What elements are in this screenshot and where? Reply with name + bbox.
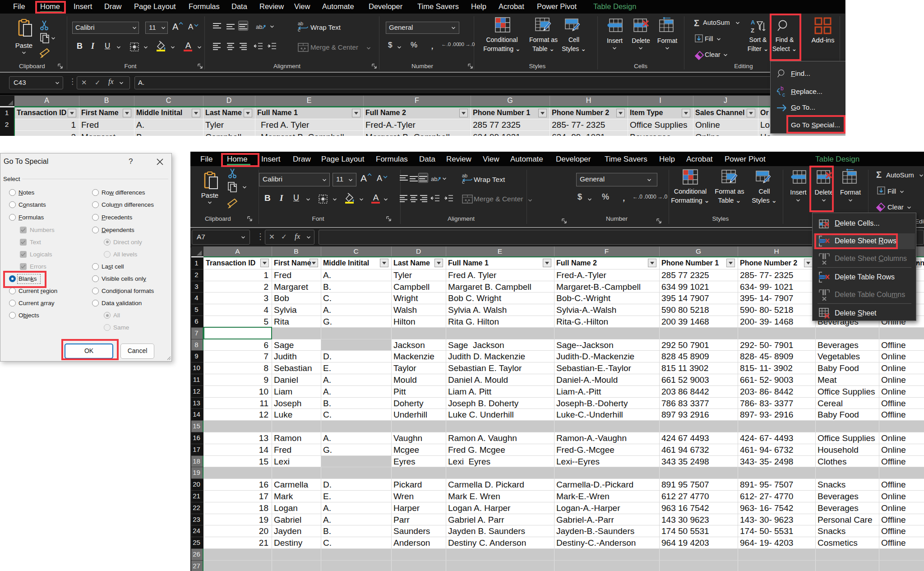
svg-text:c: c (298, 27, 300, 32)
svg-text:ab: ab (431, 176, 437, 182)
svg-text:ab: ab (462, 173, 467, 178)
svg-text:ab: ab (298, 21, 303, 26)
svg-text:c: c (782, 92, 785, 97)
svg-text:Z: Z (751, 27, 754, 34)
svg-text:A: A (751, 19, 755, 26)
svg-text:ab: ab (256, 23, 262, 30)
svg-text:A: A (373, 193, 379, 202)
svg-text:c: c (462, 179, 465, 184)
svg-text:b: b (781, 86, 784, 92)
svg-text:A: A (185, 41, 191, 50)
